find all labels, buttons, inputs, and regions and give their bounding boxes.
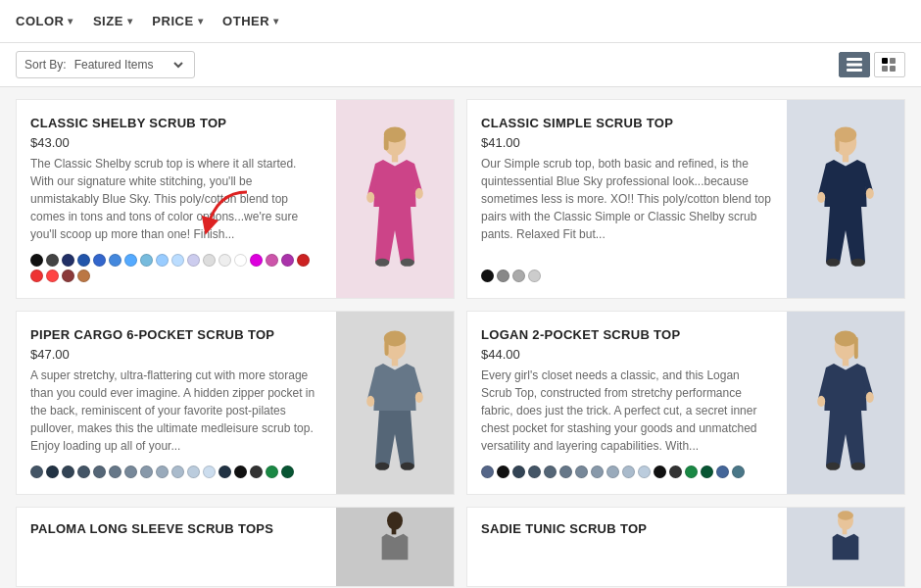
swatch[interactable] bbox=[234, 466, 247, 478]
svg-rect-34 bbox=[843, 358, 848, 366]
swatch[interactable] bbox=[685, 466, 698, 478]
filter-size[interactable]: SIZE ▾ bbox=[93, 10, 132, 32]
swatch[interactable] bbox=[30, 466, 43, 478]
svg-rect-33 bbox=[854, 337, 858, 359]
swatch[interactable] bbox=[187, 254, 200, 267]
grid-view-button[interactable] bbox=[874, 52, 905, 77]
swatch[interactable] bbox=[234, 254, 247, 267]
filter-price[interactable]: PRICE ▾ bbox=[152, 10, 203, 32]
swatch[interactable] bbox=[203, 466, 216, 478]
swatch[interactable] bbox=[46, 466, 59, 478]
product-image-svg bbox=[351, 121, 439, 277]
swatch[interactable] bbox=[77, 254, 90, 267]
sort-wrapper[interactable]: Sort By: Featured Items Newest Items Pri… bbox=[16, 51, 195, 78]
swatch[interactable] bbox=[203, 254, 216, 267]
swatch[interactable] bbox=[250, 466, 263, 478]
swatch[interactable] bbox=[77, 466, 90, 478]
swatch[interactable] bbox=[281, 254, 294, 267]
swatch[interactable] bbox=[30, 254, 43, 267]
filter-other-chevron: ▾ bbox=[273, 16, 279, 26]
product-image-svg bbox=[801, 121, 890, 277]
swatch[interactable] bbox=[156, 254, 169, 267]
swatch[interactable] bbox=[77, 270, 90, 282]
swatch[interactable] bbox=[124, 254, 137, 267]
swatch[interactable] bbox=[109, 254, 121, 267]
swatch[interactable] bbox=[156, 466, 169, 478]
swatch[interactable] bbox=[559, 466, 572, 478]
svg-rect-26 bbox=[392, 358, 398, 366]
swatch[interactable] bbox=[281, 466, 294, 478]
swatch[interactable] bbox=[481, 466, 494, 478]
product-desc: A super stretchy, ultra-flattering cut w… bbox=[30, 367, 322, 455]
svg-rect-6 bbox=[890, 66, 896, 72]
product-card-logan: LOGAN 2-POCKET SCRUB TOP $44.00 Every gi… bbox=[466, 311, 905, 495]
swatch[interactable] bbox=[218, 254, 231, 267]
swatch[interactable] bbox=[109, 466, 121, 478]
swatch[interactable] bbox=[62, 270, 74, 282]
swatch[interactable] bbox=[638, 466, 651, 478]
swatch[interactable] bbox=[266, 254, 278, 267]
filter-other[interactable]: OTHER ▾ bbox=[222, 10, 279, 32]
product-info: PALOMA LONG SLEEVE SCRUB TOPS bbox=[17, 508, 336, 586]
swatch[interactable] bbox=[622, 466, 635, 478]
swatch[interactable] bbox=[544, 466, 557, 478]
product-price: $47.00 bbox=[30, 347, 322, 362]
filter-size-chevron: ▾ bbox=[127, 16, 133, 26]
swatch[interactable] bbox=[93, 466, 106, 478]
swatch[interactable] bbox=[575, 466, 588, 478]
list-view-button[interactable] bbox=[839, 52, 870, 77]
svg-point-19 bbox=[817, 192, 825, 203]
svg-rect-2 bbox=[847, 69, 862, 72]
swatch[interactable] bbox=[528, 466, 541, 478]
swatch[interactable] bbox=[266, 466, 278, 478]
svg-point-32 bbox=[835, 330, 856, 346]
sort-select[interactable]: Featured Items Newest Items Price: Low t… bbox=[71, 57, 186, 73]
swatch[interactable] bbox=[187, 466, 200, 478]
swatch[interactable] bbox=[591, 466, 604, 478]
product-info: CLASSIC SHELBY SCRUB TOP $43.00 The Clas… bbox=[17, 100, 336, 298]
swatch[interactable] bbox=[481, 270, 494, 282]
product-image bbox=[336, 100, 454, 298]
swatch[interactable] bbox=[250, 254, 263, 267]
product-name: SADIE TUNIC SCRUB TOP bbox=[481, 521, 773, 536]
swatch[interactable] bbox=[171, 254, 184, 267]
svg-point-37 bbox=[826, 463, 840, 470]
swatch[interactable] bbox=[62, 466, 74, 478]
swatch[interactable] bbox=[654, 466, 666, 478]
swatch[interactable] bbox=[512, 466, 525, 478]
swatch[interactable] bbox=[701, 466, 713, 478]
swatch[interactable] bbox=[46, 270, 59, 282]
swatch[interactable] bbox=[512, 270, 525, 282]
swatch[interactable] bbox=[62, 254, 74, 267]
swatch[interactable] bbox=[171, 466, 184, 478]
swatch[interactable] bbox=[297, 254, 310, 267]
swatch[interactable] bbox=[124, 466, 137, 478]
product-card-paloma: PALOMA LONG SLEEVE SCRUB TOPS bbox=[16, 507, 455, 587]
grid-icon bbox=[882, 58, 897, 72]
swatch[interactable] bbox=[140, 466, 153, 478]
svg-rect-17 bbox=[836, 134, 840, 152]
swatch[interactable] bbox=[528, 270, 541, 282]
product-card-piper-cargo: PIPER CARGO 6-POCKET SCRUB TOP $47.00 A … bbox=[16, 311, 455, 495]
swatch[interactable] bbox=[30, 270, 43, 282]
swatch[interactable] bbox=[732, 466, 745, 478]
swatch[interactable] bbox=[93, 254, 106, 267]
product-info: SADIE TUNIC SCRUB TOP bbox=[467, 508, 787, 586]
product-desc: Our Simple scrub top, both basic and ref… bbox=[481, 155, 773, 259]
svg-point-28 bbox=[415, 392, 423, 403]
svg-point-20 bbox=[866, 188, 874, 199]
product-card-classic-shelby: CLASSIC SHELBY SCRUB TOP $43.00 The Clas… bbox=[16, 99, 455, 299]
svg-point-35 bbox=[817, 396, 825, 407]
swatch[interactable] bbox=[669, 466, 682, 478]
filter-color[interactable]: COLOR ▾ bbox=[16, 10, 73, 32]
product-image bbox=[787, 508, 904, 586]
swatch[interactable] bbox=[606, 466, 619, 478]
swatch[interactable] bbox=[218, 466, 231, 478]
swatch[interactable] bbox=[497, 270, 509, 282]
svg-rect-9 bbox=[384, 134, 389, 150]
swatch[interactable] bbox=[497, 466, 509, 478]
swatch[interactable] bbox=[46, 254, 59, 267]
svg-point-22 bbox=[851, 259, 865, 267]
swatch[interactable] bbox=[716, 466, 729, 478]
swatch[interactable] bbox=[140, 254, 153, 267]
